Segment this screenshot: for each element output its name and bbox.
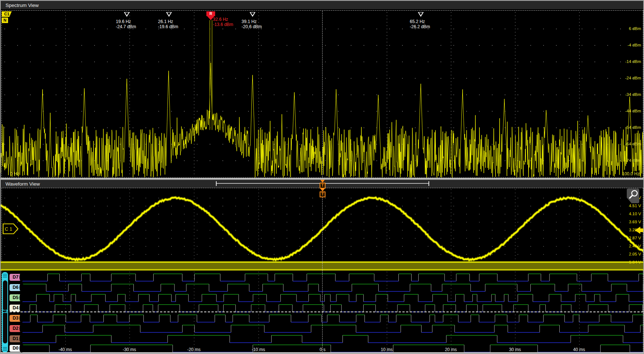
spectrum-view-title: Spectrum View — [5, 3, 39, 8]
spectrum-normal-mode-badge[interactable]: N — [2, 18, 8, 23]
channel-level-band — [1, 261, 643, 271]
drag-grip-icon — [3, 347, 7, 351]
dbm-axis-label: 6 dBm — [629, 26, 641, 31]
digital-channel-badge-d3[interactable]: D3 — [10, 315, 22, 322]
peak-marker-icon[interactable] — [418, 12, 424, 17]
time-axis-label: -40 ms — [59, 347, 72, 352]
reference-marker-icon[interactable]: R — [206, 11, 215, 16]
time-axis-label: 20 ms — [445, 347, 457, 352]
dbm-axis-label: -54 dBm — [625, 125, 641, 130]
trigger-arrow-icon — [320, 189, 325, 191]
dbm-axis-label: -14 dBm — [625, 59, 641, 64]
digital-channel-badge-d7[interactable]: D7 — [10, 274, 22, 281]
peak-marker-icon[interactable] — [166, 12, 172, 17]
peak-marker-readout: 26.1 Hz-19.6 dBm — [158, 19, 178, 29]
spectrum-start-freq-label: 0 Hz — [10, 171, 19, 176]
peak-marker-readout: 39.1 Hz-20.6 dBm — [242, 19, 262, 29]
voltage-axis-label: 2.05 V — [629, 252, 641, 256]
time-axis-label: 0 s — [320, 347, 325, 352]
dbm-axis-label: -4 dBm — [628, 43, 641, 47]
digital-channel-badge-d4[interactable]: D4 — [10, 305, 22, 312]
time-axis-label: 30 ms — [509, 347, 521, 352]
trigger-arrow-icon — [320, 180, 325, 183]
spectrum-stop-freq-label: 100.0 Hz — [622, 171, 640, 176]
peak-marker-readout: 19.6 Hz-24.7 dBm — [116, 19, 136, 29]
waveform-channel-badge[interactable]: C 1 — [3, 223, 19, 234]
drag-grip-icon — [3, 274, 7, 277]
digital-channel-badge-d2[interactable]: D2 — [10, 325, 22, 332]
voltage-axis-label: 1.64 V — [629, 260, 641, 264]
voltage-axis-label: 3.69 V — [629, 220, 641, 224]
dbm-axis-label: -24 dBm — [625, 76, 641, 80]
digital-channel-badge-d1[interactable]: D1 — [10, 335, 22, 342]
voltage-axis-label: 2.87 V — [629, 236, 641, 240]
trigger-marker-top[interactable]: T — [319, 180, 326, 189]
dbm-axis-label: -34 dBm — [625, 92, 641, 97]
waveform-view-title: Waveform View — [5, 181, 40, 187]
time-axis-label: -30 ms — [123, 347, 136, 352]
time-axis-label: 40 ms — [573, 347, 585, 352]
time-axis-label: -20 ms — [187, 347, 201, 352]
voltage-axis-label: 4.10 V — [629, 212, 641, 216]
peak-marker-icon[interactable] — [250, 12, 255, 17]
digital-channel-badge-d0[interactable]: D0 — [10, 345, 22, 352]
trigger-marker-plot[interactable]: T — [319, 189, 326, 197]
voltage-axis-label: 4.51 V — [629, 204, 641, 208]
time-axis-label: -10 ms — [252, 347, 265, 352]
digital-group-label[interactable]: C2 — [1, 309, 9, 314]
channel-reference-arrow-icon[interactable] — [635, 227, 640, 234]
scope-traces-canvas — [1, 1, 644, 354]
dbm-axis-label: -64 dBm — [625, 142, 641, 146]
dbm-axis-label: -44 dBm — [625, 109, 641, 113]
voltage-axis-label: 2.46 V — [629, 244, 641, 248]
oscilloscope-window: Spectrum View C1 N 6 dBm-4 dBm-14 dBm-24… — [0, 0, 644, 354]
spectrum-view-titlebar[interactable]: Spectrum View — [1, 1, 643, 9]
peak-marker-readout: 65.2 Hz-26.2 dBm — [410, 19, 430, 29]
digital-channel-badge-d5[interactable]: D5 — [10, 294, 22, 301]
window-bottom-edge — [1, 352, 643, 354]
trigger-t-icon: T — [320, 183, 325, 189]
digital-threshold-line — [10, 312, 643, 312]
dbm-axis-label: -74 dBm — [625, 158, 641, 163]
reference-marker-line — [210, 20, 212, 130]
peak-marker-icon[interactable] — [124, 12, 130, 17]
digital-channel-badge-d6[interactable]: D6 — [10, 284, 22, 291]
waveform-channel-badge-text: C 1 — [5, 226, 12, 232]
trigger-t-icon: T — [320, 191, 325, 197]
reference-marker-readout: 32.6 Hz-13.6 dBm — [213, 17, 233, 27]
time-axis-label: 10 ms — [381, 347, 393, 352]
